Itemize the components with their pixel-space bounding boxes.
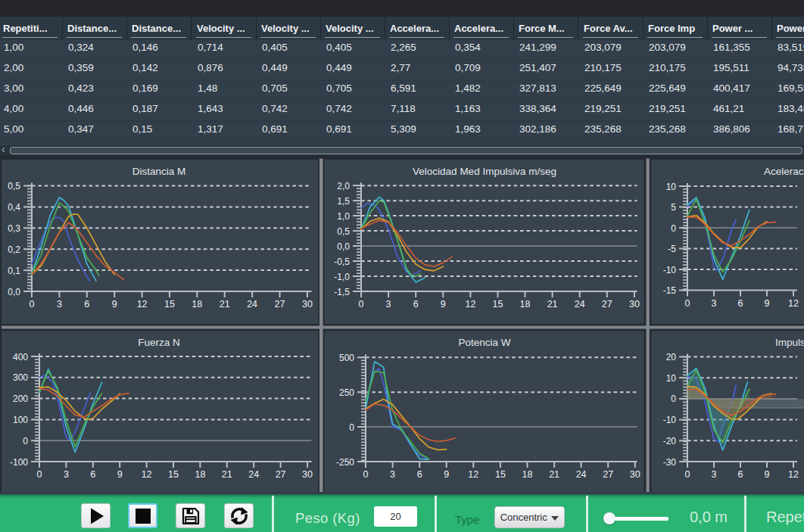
svg-text:0,0: 0,0 bbox=[337, 241, 350, 252]
svg-text:21: 21 bbox=[549, 469, 559, 480]
svg-text:12: 12 bbox=[788, 469, 799, 480]
svg-text:400: 400 bbox=[13, 352, 28, 362]
svg-text:10: 10 bbox=[666, 182, 677, 192]
svg-text:3: 3 bbox=[712, 469, 717, 480]
svg-text:-1,0: -1,0 bbox=[334, 272, 350, 282]
svg-text:12: 12 bbox=[788, 298, 799, 309]
svg-text:0: 0 bbox=[685, 298, 690, 309]
svg-text:12: 12 bbox=[137, 299, 148, 310]
svg-text:0: 0 bbox=[349, 422, 354, 433]
svg-text:Velocidad Med Impulsiva m/seg: Velocidad Med Impulsiva m/seg bbox=[413, 166, 556, 177]
svg-text:15: 15 bbox=[168, 469, 179, 480]
svg-text:Aceleración m/seg2: Aceleración m/seg2 bbox=[764, 166, 804, 177]
svg-text:24: 24 bbox=[576, 469, 587, 480]
svg-text:24: 24 bbox=[247, 299, 257, 310]
svg-text:0,1: 0,1 bbox=[8, 266, 20, 276]
svg-text:-10: -10 bbox=[663, 265, 677, 275]
svg-text:-5: -5 bbox=[668, 244, 676, 254]
svg-text:1,0: 1,0 bbox=[337, 211, 350, 222]
svg-text:18: 18 bbox=[520, 299, 531, 310]
svg-text:18: 18 bbox=[522, 469, 533, 480]
svg-text:0: 0 bbox=[685, 469, 690, 480]
svg-text:-0,5: -0,5 bbox=[334, 257, 350, 267]
svg-text:15: 15 bbox=[493, 299, 503, 310]
svg-text:-10: -10 bbox=[663, 415, 677, 425]
svg-text:20: 20 bbox=[666, 352, 677, 362]
svg-text:3: 3 bbox=[712, 298, 717, 309]
svg-text:12: 12 bbox=[142, 469, 152, 480]
svg-text:9: 9 bbox=[441, 299, 446, 310]
svg-text:0: 0 bbox=[37, 469, 42, 480]
svg-text:200: 200 bbox=[13, 394, 28, 404]
svg-text:9: 9 bbox=[112, 299, 117, 310]
svg-text:2,0: 2,0 bbox=[337, 181, 350, 191]
svg-text:-30: -30 bbox=[663, 457, 677, 468]
svg-text:0,2: 0,2 bbox=[8, 244, 20, 255]
svg-text:21: 21 bbox=[547, 299, 558, 310]
svg-text:0,4: 0,4 bbox=[8, 202, 20, 213]
svg-text:12: 12 bbox=[468, 469, 478, 480]
svg-text:0,0: 0,0 bbox=[8, 287, 20, 297]
svg-text:-15: -15 bbox=[663, 285, 677, 296]
svg-text:27: 27 bbox=[276, 469, 286, 480]
svg-text:0: 0 bbox=[363, 469, 369, 480]
svg-text:18: 18 bbox=[195, 469, 205, 480]
svg-text:250: 250 bbox=[339, 387, 354, 398]
svg-text:5: 5 bbox=[671, 202, 676, 213]
svg-text:6: 6 bbox=[738, 298, 743, 309]
svg-text:6: 6 bbox=[413, 299, 419, 310]
svg-text:30: 30 bbox=[302, 299, 313, 310]
svg-text:9: 9 bbox=[117, 469, 123, 480]
svg-text:0: 0 bbox=[671, 394, 676, 404]
svg-text:27: 27 bbox=[602, 299, 612, 310]
svg-text:10: 10 bbox=[666, 373, 677, 384]
svg-text:500: 500 bbox=[339, 353, 354, 363]
svg-text:Fuerza N: Fuerza N bbox=[138, 337, 180, 348]
svg-text:300: 300 bbox=[13, 372, 28, 383]
svg-text:24: 24 bbox=[248, 469, 259, 480]
svg-text:21: 21 bbox=[222, 469, 232, 480]
svg-text:3: 3 bbox=[57, 299, 62, 310]
svg-text:9: 9 bbox=[444, 469, 449, 480]
svg-text:30: 30 bbox=[630, 469, 640, 480]
svg-text:9: 9 bbox=[765, 298, 770, 309]
svg-text:27: 27 bbox=[603, 469, 613, 480]
svg-text:6: 6 bbox=[738, 469, 743, 480]
svg-text:15: 15 bbox=[164, 299, 175, 310]
svg-text:9: 9 bbox=[765, 469, 770, 480]
svg-text:Impulso N/seg: Impulso N/seg bbox=[775, 337, 804, 348]
svg-text:21: 21 bbox=[220, 299, 230, 310]
svg-text:0: 0 bbox=[359, 299, 364, 310]
svg-text:6: 6 bbox=[417, 469, 422, 480]
svg-text:-100: -100 bbox=[10, 457, 28, 468]
svg-text:3: 3 bbox=[390, 469, 395, 480]
svg-text:30: 30 bbox=[629, 299, 640, 310]
svg-text:Distancia M: Distancia M bbox=[132, 166, 186, 177]
svg-text:12: 12 bbox=[465, 299, 475, 310]
svg-text:3: 3 bbox=[64, 469, 69, 480]
svg-text:6: 6 bbox=[90, 469, 95, 480]
svg-text:100: 100 bbox=[13, 415, 28, 425]
svg-text:18: 18 bbox=[192, 299, 202, 310]
svg-text:-1,5: -1,5 bbox=[334, 287, 350, 297]
svg-text:0,5: 0,5 bbox=[337, 226, 350, 237]
svg-text:27: 27 bbox=[275, 299, 285, 310]
svg-text:0,3: 0,3 bbox=[8, 223, 20, 234]
svg-text:0: 0 bbox=[671, 223, 676, 234]
svg-text:15: 15 bbox=[495, 469, 506, 480]
svg-text:1,5: 1,5 bbox=[337, 196, 350, 207]
svg-text:30: 30 bbox=[302, 469, 313, 480]
svg-text:Potencia W: Potencia W bbox=[458, 337, 510, 348]
svg-text:0: 0 bbox=[30, 299, 35, 310]
svg-text:-20: -20 bbox=[663, 436, 677, 446]
svg-text:0,5: 0,5 bbox=[8, 181, 20, 191]
svg-text:-250: -250 bbox=[336, 457, 354, 468]
svg-text:6: 6 bbox=[84, 299, 89, 310]
svg-text:0: 0 bbox=[23, 436, 28, 446]
svg-text:3: 3 bbox=[386, 299, 391, 310]
svg-text:24: 24 bbox=[575, 299, 585, 310]
